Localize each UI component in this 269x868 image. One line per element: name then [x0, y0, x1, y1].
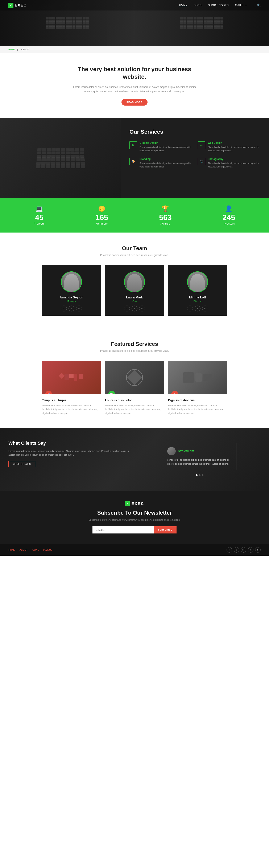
featured-img-2: 📈	[105, 361, 164, 394]
search-icon[interactable]: 🔍	[257, 4, 261, 7]
more-details-button[interactable]: MORE DETAILS	[8, 461, 35, 467]
footer-nav-mail[interactable]: MAIL US	[43, 549, 53, 551]
team-section: Our Team Phasellus dapibus felis elit, s…	[0, 232, 269, 328]
footer-nav-home[interactable]: HOME	[8, 549, 15, 551]
team-subtitle: Phasellus dapibus felis elit, sed accums…	[8, 254, 261, 257]
footer-googleplus-icon[interactable]: g+	[241, 547, 246, 553]
members-number: 165	[96, 214, 108, 221]
breadcrumb: HOME | ABOUT	[0, 46, 269, 53]
team-grid: Amanda Seylon Manager f t in Laura Mark …	[8, 265, 261, 316]
projects-icon: 💻	[34, 205, 45, 212]
twitter-icon-2[interactable]: t	[132, 306, 137, 311]
facebook-icon-3[interactable]: f	[187, 306, 193, 311]
team-name-minnie: Minnie Lott	[172, 296, 223, 299]
about-title: The very best solution for your business…	[69, 65, 200, 81]
twitter-icon-3[interactable]: t	[195, 306, 200, 311]
services-grid: 🖥 Graphic Design Phasellus dapibus felis…	[130, 142, 261, 168]
graphic-design-desc: Phasellus dapibus felis elit, sed accums…	[139, 146, 192, 152]
web-design-desc: Phasellus dapibus felis elit, sed accums…	[208, 146, 261, 152]
dot-1[interactable]	[196, 474, 197, 476]
footer-logo: ✓ EXEC	[8, 501, 261, 506]
team-social-laura: f t in	[109, 306, 160, 311]
twitter-icon[interactable]: t	[69, 306, 74, 311]
web-design-title: Web Design	[208, 142, 261, 145]
about-description: Lorem ipsum dolor sit amet, do eiusmod t…	[69, 85, 200, 94]
footer-facebook-icon[interactable]: f	[226, 547, 232, 553]
linkedin-icon-3[interactable]: in	[202, 306, 208, 311]
stat-awards: 🏆 563 Awards	[159, 205, 172, 225]
featured-desc-3: Lorem ipsum dolor sit amet, do eiusmod t…	[168, 404, 227, 415]
team-social-minnie: f t in	[172, 306, 223, 311]
web-design-icon: ✏	[198, 142, 205, 149]
footer-logo-text: EXEC	[131, 502, 144, 506]
photography-desc: Phasellus dapibus felis elit, sed accums…	[208, 162, 261, 168]
about-section: The very best solution for your business…	[61, 53, 208, 118]
footer-twitter-icon[interactable]: t	[234, 547, 239, 553]
testimonial-name: SEYLON LOTT	[178, 449, 194, 453]
footer-linkedin-icon[interactable]: in	[248, 547, 253, 553]
testimonials-left: What Clients Say Lorem ipsum dolor sit a…	[8, 440, 130, 478]
logo: ✓ EXEC	[8, 3, 179, 8]
photography-icon: 📷	[198, 158, 205, 165]
branding-icon: 🎨	[130, 158, 137, 165]
projects-label: Projects	[34, 222, 45, 225]
services-image: for(let i=0;i<60;i++)document.write('<di…	[0, 118, 121, 198]
avatar-laura	[124, 271, 145, 292]
awards-icon: 🏆	[159, 205, 172, 212]
featured-card-1: 🎯 Tempus eu turpis Lorem ipsum dolor sit…	[42, 361, 101, 415]
testimonials-title: What Clients Say	[8, 440, 130, 446]
featured-section: Featured Services Phasellus dapibus feli…	[0, 328, 269, 428]
facebook-icon[interactable]: f	[61, 306, 67, 311]
testimonials-description: Lorem ipsum dolor sit amet, consectetur …	[8, 449, 130, 457]
nav-blog[interactable]: BLOG	[194, 4, 201, 7]
dot-2[interactable]	[199, 474, 200, 476]
featured-img-1: 🎯	[42, 361, 101, 394]
logo-text: EXEC	[15, 3, 27, 7]
team-title: Our Team	[8, 245, 261, 252]
footer-social: f t g+ in ▶	[226, 547, 261, 553]
photography-title: Photography	[208, 158, 261, 160]
service-item-web: ✏ Web Design Phasellus dapibus felis eli…	[198, 142, 261, 152]
testimonial-dots	[196, 474, 204, 476]
breadcrumb-current: ABOUT	[21, 48, 29, 51]
nav-mail[interactable]: MAIL US	[235, 4, 246, 7]
nav-shortcodes[interactable]: SHORT CODES	[208, 4, 229, 7]
footer-logo-icon: ✓	[125, 501, 130, 506]
footer-top: ✓ EXEC Subscribe To Our Newsletter Subsc…	[0, 491, 269, 544]
footer-nav-about[interactable]: ABOUT	[20, 549, 28, 551]
avatar-amanda	[61, 271, 82, 292]
facebook-icon-2[interactable]: f	[124, 306, 130, 311]
investors-label: Investors	[222, 222, 235, 225]
team-social-amanda: f t in	[46, 306, 97, 311]
service-item-branding: 🎨 Branding Phasellus dapibus felis elit,…	[130, 158, 192, 168]
read-more-button[interactable]: READ MORE	[122, 99, 147, 105]
logo-icon: ✓	[8, 3, 14, 8]
featured-desc-2: Lorem ipsum dolor sit amet, do eiusmod t…	[105, 404, 164, 415]
graphic-design-title: Graphic Design	[139, 142, 192, 145]
navigation: ✓ EXEC HOME BLOG SHORT CODES MAIL US 🔍	[0, 0, 269, 10]
linkedin-icon[interactable]: in	[76, 306, 82, 311]
footer-nav-icons[interactable]: ICONS	[32, 549, 39, 551]
stat-investors: 👤 245 Investors	[222, 205, 235, 225]
branding-title: Branding	[139, 158, 192, 160]
footer-youtube-icon[interactable]: ▶	[255, 547, 261, 553]
stat-projects: 💻 45 Projects	[34, 205, 45, 225]
linkedin-icon-2[interactable]: in	[139, 306, 145, 311]
team-role-laura: Ceo	[109, 300, 160, 302]
nav-home[interactable]: HOME	[179, 3, 187, 7]
testimonials-right: SEYLON LOTT consectetur adipiscing elit,…	[139, 440, 261, 478]
branding-desc: Phasellus dapibus felis elit, sed accums…	[139, 162, 192, 168]
team-role-amanda: Manager	[46, 300, 97, 302]
footer-bottom: HOME ABOUT ICONS MAIL US f t g+ in ▶	[0, 544, 269, 556]
newsletter-subscribe-button[interactable]: SUBSCRIBE	[154, 526, 177, 533]
breadcrumb-home[interactable]: HOME	[8, 48, 15, 51]
awards-label: Awards	[159, 222, 172, 225]
testimonial-text: consectetur adipiscing elit, sed do eius…	[167, 458, 232, 466]
avatar-minnie	[187, 271, 208, 292]
newsletter-email-input[interactable]	[92, 526, 154, 533]
dot-3[interactable]	[202, 474, 204, 476]
team-name-amanda: Amanda Seylon	[46, 296, 97, 299]
testimonial-avatar	[167, 447, 176, 456]
projects-number: 45	[34, 214, 45, 221]
featured-card-2: 📈 Lobortis quis dolor Lorem ipsum dolor …	[105, 361, 164, 415]
